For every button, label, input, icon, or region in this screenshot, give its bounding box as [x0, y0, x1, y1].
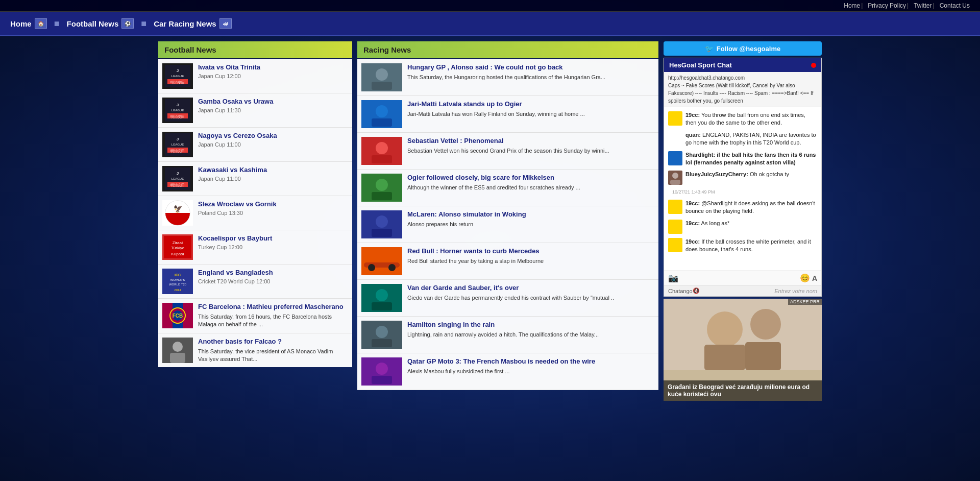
news-meta: Japan Cup 11:00 [198, 141, 348, 148]
football-column: Football News J LEAGUE 明治安田 [158, 41, 352, 401]
svg-text:LEAGUE: LEAGUE [172, 109, 184, 112]
list-item: J LEAGUE 明治安田 Kawasaki vs Kashima Japan … [158, 162, 352, 196]
svg-text:ICC: ICC [175, 273, 181, 277]
racing-title[interactable]: Red Bull : Horner wants to curb Mercedes [407, 247, 654, 256]
avatar [668, 200, 682, 214]
list-item: 🦅 Sleza Wroclaw vs Gornik Poland Cup 13:… [158, 196, 352, 230]
football-news-list: J LEAGUE 明治安田 Iwata vs Oita Trinita Japa… [158, 59, 352, 367]
list-item: Sebastian Vettel : Phenomenal Sebastian … [357, 133, 658, 170]
racing-title[interactable]: Hungary GP , Alonso said : We could not … [407, 63, 654, 72]
chat-name-input[interactable]: Entrez votre nom [700, 288, 817, 294]
racing-title[interactable]: Hamilton singing in the rain [407, 321, 654, 329]
news-title[interactable]: Iwata vs Oita Trinita [198, 63, 348, 72]
news-thumbnail: ICC WOMEN'S WORLD T20 2014 [162, 269, 193, 294]
list-item: McLaren: Alonso simulator in Woking Alon… [357, 206, 658, 243]
chat-message: quan: ENGLAND, PAKISTAN, INDIA are favor… [664, 129, 821, 149]
football-header-text: Football News [164, 45, 216, 54]
racing-title[interactable]: Sebastian Vettel : Phenomenal [407, 137, 654, 146]
racing-thumbnail [361, 210, 402, 238]
racing-section-header: Racing News [357, 41, 658, 58]
racing-thumbnail [361, 100, 402, 128]
svg-point-38 [173, 342, 183, 352]
svg-text:LEAGUE: LEAGUE [172, 177, 184, 180]
racing-text: Van der Garde and Sauber, it's over Gied… [407, 284, 654, 302]
racing-header-text: Racing News [363, 45, 411, 54]
racing-news-list: Hungary GP , Alonso said : We could not … [357, 59, 658, 390]
chat-messages[interactable]: 19cc: You throw the ball from one end si… [664, 107, 821, 271]
racing-thumbnail [361, 247, 402, 275]
ad-label: ADSKEE PRR [788, 299, 822, 305]
nav-football[interactable]: Football News ⚽ [62, 14, 139, 33]
twitter-bird-icon: 🐦 [705, 44, 714, 53]
chat-title: HesGoal Sport Chat [669, 61, 732, 69]
racing-title[interactable]: McLaren: Alonso simulator in Woking [407, 210, 654, 219]
list-item: J LEAGUE 明治安田 Iwata vs Oita Trinita Japa… [158, 59, 352, 93]
nav-sep1: ■ [54, 18, 60, 29]
racing-title[interactable]: Jari-Matti Latvala stands up to Ogier [407, 100, 654, 109]
twitter-follow-button[interactable]: 🐦 Follow @hesgoalme [664, 41, 822, 56]
svg-rect-69 [670, 180, 680, 185]
ad-text: Građani iz Beograd već zarađuju milione … [664, 380, 822, 401]
news-title[interactable]: FC Barcelona : Mathieu preferred Mascher… [198, 303, 348, 311]
chat-message: 19cc: As long as* [664, 218, 821, 236]
news-thumbnail: FCB [162, 303, 193, 328]
news-thumbnail: Ziraat Türkiye Kupası [162, 234, 193, 260]
svg-rect-61 [372, 302, 392, 310]
text-format-icon[interactable]: A [812, 274, 817, 282]
list-item: Another basis for Falcao ? This Saturday… [158, 333, 352, 368]
racing-title[interactable]: Ogier followed closely, big scare for Mi… [407, 174, 654, 182]
avatar [668, 151, 682, 165]
mute-button[interactable]: 🔇 [693, 287, 700, 294]
racing-thumbnail [361, 174, 402, 202]
racing-thumbnail [361, 321, 402, 349]
news-meta: Cricket T20 World Cup 12:00 [198, 278, 348, 284]
svg-point-66 [376, 363, 388, 375]
racing-title[interactable]: Van der Garde and Sauber, it's over [407, 284, 654, 293]
news-title[interactable]: Gamba Osaka vs Urawa [198, 98, 348, 106]
top-nav-home[interactable]: Home [844, 2, 860, 9]
chat-box: HesGoal Sport Chat http://hesgoalchat3.c… [664, 58, 822, 297]
chat-header: HesGoal Sport Chat [664, 58, 821, 72]
racing-text: Hamilton singing in the rain Lightning, … [407, 321, 654, 339]
nav-football-icon: ⚽ [121, 18, 134, 29]
svg-point-41 [376, 68, 388, 81]
camera-icon[interactable]: 📷 [668, 273, 678, 283]
nav-racing[interactable]: Car Racing News 🏎 [149, 14, 237, 33]
chat-text: @Shardlight it does.asking as the ball d… [685, 200, 815, 214]
chat-msg-content: 19cc: As long as* [685, 220, 817, 227]
svg-text:Türkiye: Türkiye [171, 246, 185, 250]
chat-message-text: quan: ENGLAND, PAKISTAN, INDIA are favor… [685, 132, 816, 146]
racing-title[interactable]: Qatar GP Moto 3: The French Masbou is ne… [407, 357, 654, 366]
ad-description: Građani iz Beograd već zarađuju milione … [668, 383, 810, 398]
svg-rect-55 [361, 247, 402, 275]
sep3: | [933, 2, 935, 9]
news-meta: Japan Cup 11:00 [198, 176, 348, 182]
chat-msg-content: Shardlight: if the ball hits the fans th… [685, 151, 817, 167]
jleague-logo: J LEAGUE 明治安田 [162, 63, 193, 89]
top-nav-contact[interactable]: Contact Us [940, 2, 970, 9]
list-item: Jari-Matti Latvala stands up to Ogier Ja… [357, 96, 658, 133]
news-title[interactable]: Nagoya vs Cerezo Osaka [198, 132, 348, 140]
chat-msg-content: BlueyJuicySuzyCherry: Oh ok gotcha ty [685, 171, 817, 178]
nav-home-icon: 🏠 [35, 18, 47, 29]
news-text: Kocaelispor vs Bayburt Turkey Cup 12:00 [198, 234, 348, 250]
top-nav-privacy[interactable]: Privacy Policy [868, 2, 906, 9]
chat-text: If the ball crosses the white perimeter,… [685, 238, 811, 252]
avatar [668, 111, 682, 126]
news-title[interactable]: Kawasaki vs Kashima [198, 166, 348, 175]
chat-message-text: 19cc: If the ball crosses the white peri… [685, 238, 811, 252]
news-title[interactable]: England vs Bangladesh [198, 269, 348, 277]
news-text: Iwata vs Oita Trinita Japan Cup 12:00 [198, 63, 348, 79]
news-title[interactable]: Sleza Wroclaw vs Gornik [198, 200, 348, 209]
nav-home[interactable]: Home 🏠 [5, 14, 52, 33]
emoji-icon[interactable]: 😊 [800, 273, 810, 283]
news-thumbnail: 🦅 [162, 200, 193, 226]
news-title[interactable]: Kocaelispor vs Bayburt [198, 234, 348, 243]
avatar [668, 171, 682, 185]
racing-description: Although the winner of the ES5 and credi… [407, 184, 654, 191]
top-nav-twitter[interactable]: Twitter [914, 2, 932, 9]
news-title[interactable]: Another basis for Falcao ? [198, 338, 348, 346]
svg-text:J: J [177, 137, 179, 141]
advertisement-box: Građani iz Beograd već zarađuju milione … [664, 299, 822, 401]
chat-msg-content: 19cc: @Shardlight it does.asking as the … [685, 200, 817, 215]
